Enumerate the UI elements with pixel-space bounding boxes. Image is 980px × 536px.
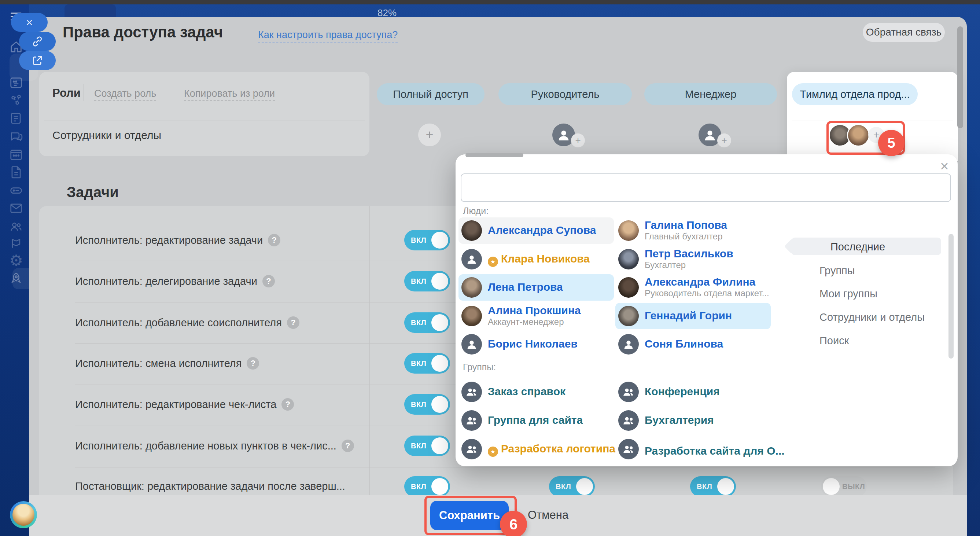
tab-employees[interactable]: Сотрудники и отделы [819,311,925,323]
roles-box: Роли Создать роль Копировать из роли Сот… [39,72,369,156]
gear-icon[interactable]: ⚙ [9,252,23,270]
add-member-button[interactable]: + [418,124,441,146]
person-name: Алина Прокшина [488,304,581,317]
question-icon[interactable]: ? [342,440,354,452]
link-button[interactable] [19,32,56,51]
calendar-alt-icon[interactable] [9,147,23,161]
avatar-placeholder [461,334,482,354]
avatar-placeholder [461,249,482,270]
user-avatar[interactable] [10,501,37,528]
create-role-link[interactable]: Создать роль [94,88,156,101]
task-toggle[interactable]: ВКЛ [404,353,450,373]
task-toggle[interactable]: ВКЛ [404,271,450,292]
list-item-person[interactable]: Галина Попова Главный бухгалтер [615,217,771,244]
task-toggle-off[interactable]: ВЫКЛ [821,476,867,495]
link-icon [31,35,44,48]
group-name: Бухгалтерия [645,414,714,426]
task-toggle[interactable]: ВКЛ [404,436,450,456]
help-link[interactable]: Как настроить права доступа? [258,29,398,43]
list-item-person[interactable]: Александра Супова [458,217,614,244]
task-toggle[interactable]: ВКЛ [404,313,450,333]
tab-recent[interactable]: Последние [830,241,885,253]
cancel-button[interactable]: Отмена [528,509,568,522]
avatar-placeholder [618,334,639,354]
question-icon[interactable]: ? [247,357,259,370]
person-subtitle: Главный бухгалтер [645,231,723,242]
question-icon[interactable]: ? [268,234,280,246]
list-item-person[interactable]: Александра Филина Руководитель отдела ма… [615,274,771,301]
role-column-teamlead[interactable]: Тимлид отдела прод... [792,83,918,105]
task-row-label: Постановщик: редактирование задачи после… [75,480,345,492]
crown-icon: ★ [488,257,498,267]
window-top-strip [0,0,980,5]
list-item-group[interactable]: Разработка сайта для О... [615,436,771,462]
question-icon[interactable]: ? [262,275,275,287]
member-picker-modal: × Люди: Александра Супова Галина Попова … [455,154,958,466]
person-name: Геннадий Горин [645,309,732,322]
tutorial-step-badge-6: 6 [500,511,527,536]
person-subtitle: Руководитель отдела маркет... [645,288,769,298]
list-item-group[interactable]: Конференция [615,379,771,405]
page-scrollbar[interactable] [957,26,963,128]
person-name: Лена Петрова [488,281,563,293]
modal-scrollbar[interactable] [948,234,954,359]
task-toggle[interactable]: ВКЛ [549,476,595,495]
feedback-button[interactable]: Обратная связь [863,23,945,42]
task-toggle[interactable]: ВКЛ [690,476,736,495]
person-name: Соня Блинова [645,338,723,350]
save-button[interactable]: Сохранить [430,501,509,530]
list-item-person[interactable]: Петр Васильков Бухгалтер [615,246,771,273]
list-item-group[interactable]: Бухгалтерия [615,407,771,434]
sidebar: ⚙ [0,5,29,536]
question-icon[interactable]: ? [282,398,294,411]
add-member-button[interactable]: + [717,134,731,147]
group-name: Группа для сайта [488,414,583,426]
role-column-manager[interactable]: Менеджер [644,83,777,105]
search-input[interactable] [461,174,951,202]
task-toggle[interactable]: ВКЛ [404,476,450,495]
roles-label: Роли [52,86,81,100]
list-item-person[interactable]: Алина Прокшина Аккаунт-менеджер [458,303,614,329]
group-name: Разработка сайта для О... [645,445,785,457]
list-item-group[interactable]: ★Разработка логотипа ... [458,436,614,462]
file-icon[interactable] [9,165,23,179]
mail-icon[interactable] [9,201,23,215]
divider [75,467,935,467]
task-toggle[interactable]: ВКЛ [404,394,450,415]
avatar [618,220,639,241]
people-icon[interactable] [9,220,23,233]
close-panel-button[interactable]: × [11,13,48,32]
drive-icon[interactable] [9,183,23,197]
share-icon[interactable] [9,93,23,107]
tab-groups[interactable]: Группы [819,265,855,277]
question-icon[interactable]: ? [287,316,299,329]
external-link-icon [32,54,43,66]
horizontal-scrollbar[interactable] [465,153,523,157]
group-name: Заказ справок [488,385,565,398]
open-in-new-button[interactable] [19,51,56,70]
task-toggle[interactable]: ВКЛ [404,230,450,250]
document-icon[interactable] [9,111,23,125]
list-item-person[interactable]: Геннадий Горин [615,303,771,329]
add-member-button[interactable]: + [571,134,585,147]
role-column-manager-head[interactable]: Руководитель [498,83,632,105]
group-icon [618,410,639,431]
role-column-full-access[interactable]: Полный доступ [377,83,485,105]
list-item-person[interactable]: Борис Николаев [458,331,614,357]
list-item-group[interactable]: Группа для сайта [458,407,614,434]
flag-icon[interactable] [10,237,22,249]
tab-search[interactable]: Поиск [819,335,849,347]
tab-my-groups[interactable]: Мои группы [819,288,877,300]
list-item-person[interactable]: ★Клара Новикова [458,246,614,273]
copy-role-link[interactable]: Копировать из роли [184,88,275,101]
tutorial-step-badge-5: 5 [878,130,905,156]
list-item-person[interactable]: Соня Блинова [615,331,771,357]
close-icon[interactable]: × [936,158,953,174]
list-item-person[interactable]: Лена Петрова [458,274,614,301]
chat-icon[interactable] [9,129,23,144]
group-icon [461,410,482,431]
list-item-group[interactable]: Заказ справок [458,379,614,405]
person-subtitle: Бухгалтер [645,260,686,270]
task-row-label: Исполнитель: добавление соисполнителя? [75,316,299,329]
group-icon [461,382,482,402]
